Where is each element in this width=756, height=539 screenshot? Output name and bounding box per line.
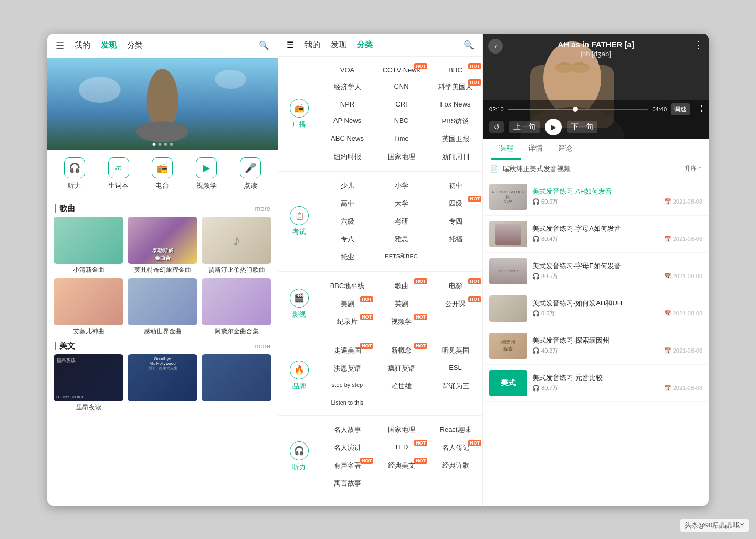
cat-item[interactable]: ESL: [428, 360, 482, 377]
cat-item[interactable]: 寓言故事: [320, 474, 374, 492]
cat-item[interactable]: 纽约时报: [320, 148, 374, 166]
cat-item[interactable]: 高中: [320, 195, 374, 213]
cat-item[interactable]: 专四: [428, 213, 482, 230]
cat-item[interactable]: 名人演讲: [320, 439, 374, 457]
cat-item[interactable]: 视频学 HOT: [374, 313, 428, 331]
video-back-button[interactable]: ‹: [488, 39, 503, 54]
cat-item[interactable]: Listen to this: [320, 395, 374, 410]
cat-item[interactable]: 英国卫报: [428, 130, 482, 148]
cat-item[interactable]: 经典美文 HOT: [374, 457, 428, 474]
quick-vocab[interactable]: æ 生词本: [108, 157, 129, 191]
tab-course[interactable]: 课程: [491, 139, 521, 160]
cat-item[interactable]: BBC地平线: [320, 277, 374, 295]
cat-item[interactable]: Time: [374, 130, 428, 148]
song-card-6[interactable]: 阿黛尔金曲合集: [202, 278, 271, 336]
video-more-button[interactable]: ⋮: [694, 39, 704, 50]
dot-4[interactable]: [170, 143, 173, 146]
quick-listen[interactable]: 🎧 听力: [64, 157, 85, 191]
mid-nav-category[interactable]: 分类: [357, 40, 373, 50]
cat-item[interactable]: 赖世雄: [374, 377, 428, 395]
cat-item[interactable]: 洪恩英语: [320, 360, 374, 377]
cat-item[interactable]: 歌曲 HOT: [374, 277, 428, 295]
song-card-3[interactable]: ♪ 贾斯汀比伯热门歌曲: [202, 217, 271, 274]
left-nav-discover[interactable]: 发现: [101, 40, 117, 50]
progress-track[interactable]: [508, 109, 648, 110]
cat-item[interactable]: 科学美国人 HOT: [428, 78, 482, 96]
cat-item[interactable]: NBC: [374, 112, 428, 130]
cat-item-abc-news[interactable]: ABC News: [320, 130, 374, 148]
cat-item[interactable]: 大学: [374, 195, 428, 213]
left-nav-category[interactable]: 分类: [127, 40, 143, 50]
speed-button[interactable]: 调速: [671, 103, 690, 115]
next-button[interactable]: 下一句: [567, 121, 597, 133]
left-menu-icon[interactable]: ☰: [56, 40, 64, 51]
song-card-5[interactable]: 感动世界金曲: [128, 278, 197, 336]
cat-item[interactable]: VOA: [320, 62, 374, 78]
article-card-1[interactable]: 里昂夜读 LEON'S VOICE 里昂夜读: [54, 354, 123, 412]
cat-item[interactable]: 雅思: [374, 230, 428, 248]
course-item-4[interactable]: 美式发音练习-如何发AH和UH 🎧 0.5万 📅 2021-08-08: [483, 290, 709, 327]
cat-item[interactable]: CCTV News HOT: [374, 62, 428, 78]
cat-item[interactable]: CRI: [374, 96, 428, 112]
cat-item[interactable]: 四级 HOT: [428, 195, 482, 213]
cat-item[interactable]: 电影 HOT: [428, 277, 482, 295]
dot-1[interactable]: [152, 143, 155, 146]
cat-item[interactable]: 名人传记 HOT: [428, 439, 482, 457]
mid-nav-discover[interactable]: 发现: [331, 40, 346, 50]
cat-item[interactable]: step by step: [320, 377, 374, 395]
cat-item[interactable]: 纪录片 HOT: [320, 313, 374, 331]
dot-3[interactable]: [164, 143, 167, 146]
left-nav-mine[interactable]: 我的: [75, 40, 90, 50]
cat-item[interactable]: 托业: [320, 248, 374, 266]
prev-button[interactable]: 上一句: [509, 121, 540, 133]
fullscreen-button[interactable]: ⛶: [694, 104, 702, 114]
course-item-1[interactable]: AH as in FATHER [a]VOA 美式发音练习-AH如何发音 🎧 6…: [483, 178, 709, 216]
cat-item[interactable]: 经济学人: [320, 78, 374, 96]
cat-item[interactable]: 疯狂英语: [374, 360, 428, 377]
cat-item-ap-news[interactable]: AP News: [320, 112, 374, 130]
cat-item[interactable]: 听见英国: [428, 342, 482, 360]
sort-button[interactable]: 升序 ↑: [684, 164, 701, 173]
course-item-3[interactable]: The Letter E 美式发音练习-字母E如何发音 🎧 80.5万 📅 20…: [483, 253, 709, 290]
song-card-2[interactable]: 泰勒斯威金曲合 莫扎特奇幻旅程金曲: [128, 217, 197, 274]
cat-item[interactable]: 名人故事: [320, 421, 374, 439]
cat-item-fox-news[interactable]: Fox News: [428, 96, 482, 112]
replay-button[interactable]: ↺: [489, 121, 504, 133]
cat-item[interactable]: 公开课 HOT: [428, 295, 482, 313]
cat-item[interactable]: 有声名著 HOT: [320, 457, 374, 474]
articles-more[interactable]: more: [255, 342, 270, 350]
quick-read[interactable]: 🎤 点读: [240, 157, 261, 191]
song-card-1[interactable]: 小清新金曲: [54, 217, 123, 274]
songs-more[interactable]: more: [255, 205, 270, 213]
song-card-4[interactable]: 艾薇儿神曲: [54, 278, 123, 336]
cat-item[interactable]: 新闻周刊: [428, 148, 482, 166]
tab-comment[interactable]: 评论: [550, 139, 580, 160]
dot-2[interactable]: [158, 143, 161, 146]
cat-item[interactable]: NPR: [320, 96, 374, 112]
cat-item[interactable]: 考研: [374, 213, 428, 230]
course-item-5[interactable]: 缅因州探索 美式发音练习-探索缅因州 🎧 40.3万 📅 2021-08-08: [483, 327, 709, 365]
quick-radio[interactable]: 📻 电台: [152, 157, 173, 191]
cat-item[interactable]: 走遍美国 HOT: [320, 342, 374, 360]
cat-item[interactable]: 背诵为王: [428, 377, 482, 395]
cat-item[interactable]: BBC HOT: [428, 62, 482, 78]
cat-item[interactable]: React趣味: [428, 421, 482, 439]
cat-item[interactable]: 小学: [374, 177, 428, 195]
play-button[interactable]: ▶: [545, 119, 562, 135]
cat-item[interactable]: 少儿: [320, 177, 374, 195]
article-card-2[interactable]: GoodbyeMr. Hollywood别了，好莱坞先生: [128, 354, 197, 412]
cat-item[interactable]: 初中: [428, 177, 482, 195]
left-search-icon[interactable]: 🔍: [259, 40, 269, 50]
mid-nav-mine[interactable]: 我的: [304, 40, 320, 50]
cat-item[interactable]: 国家地理: [374, 421, 428, 439]
tab-detail[interactable]: 详情: [521, 139, 550, 160]
cat-item[interactable]: TED HOT: [374, 439, 428, 457]
cat-item[interactable]: 六级: [320, 213, 374, 230]
article-card-3[interactable]: [202, 354, 271, 412]
cat-item[interactable]: 美剧 HOT: [320, 295, 374, 313]
mid-search-icon[interactable]: 🔍: [464, 40, 474, 50]
cat-item[interactable]: 英剧: [374, 295, 428, 313]
mid-menu-icon[interactable]: ☰: [287, 40, 294, 50]
cat-item[interactable]: CNN: [374, 78, 428, 96]
cat-item[interactable]: PETS和BEC: [374, 248, 428, 266]
